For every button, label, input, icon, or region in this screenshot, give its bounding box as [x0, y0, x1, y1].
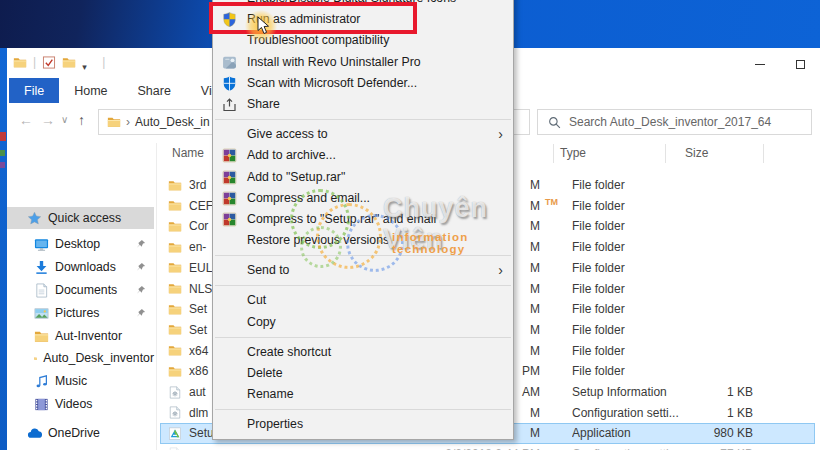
- menu-item-compress-and-email[interactable]: Compress and email...: [213, 188, 513, 209]
- mouse-cursor: [257, 16, 270, 35]
- menu-item-label: Compress and email...: [247, 191, 370, 205]
- folder-icon[interactable]: [62, 56, 76, 69]
- forward-button[interactable]: →: [41, 112, 55, 128]
- file-name: EUL: [168, 261, 212, 275]
- quick-access-toolbar: |▾|: [13, 55, 105, 69]
- folder-icon: [168, 241, 182, 254]
- sidebar-item-pictures[interactable]: Pictures: [7, 302, 154, 324]
- sidebar-item-quick-access[interactable]: Quick access: [7, 207, 154, 229]
- menu-item-add-to-archive[interactable]: Add to archive...: [213, 145, 513, 166]
- file-type: File folder: [572, 344, 712, 358]
- folder-icon: [168, 344, 182, 357]
- tab-share[interactable]: Share: [123, 78, 186, 103]
- submenu-arrow-icon: ›: [498, 260, 503, 281]
- column-header-size[interactable]: Size: [685, 146, 708, 160]
- menu-item-label: Cut: [247, 293, 266, 307]
- menu-item-label: Add to "Setup.rar": [247, 170, 345, 184]
- sidebar-item-aut-inventor[interactable]: Aut-Inventor: [7, 325, 154, 347]
- column-separator: [763, 144, 764, 163]
- menu-separator: [215, 285, 511, 286]
- menu-item-label: Scan with Microsoft Defender...: [247, 76, 417, 90]
- ribbon-tabs: FileHomeShareView: [9, 78, 243, 103]
- caret-down-icon[interactable]: ▾: [82, 56, 96, 69]
- folder-icon: [168, 323, 182, 336]
- window-controls: [740, 52, 820, 76]
- downloads-icon: [34, 260, 49, 275]
- file-row[interactable]: 2/2/2018 2:44 PMConfiguration setti...77…: [160, 444, 815, 450]
- sidebar-item-label: Music: [55, 374, 87, 388]
- file-type: File folder: [572, 364, 712, 378]
- menu-item-delete[interactable]: Delete: [213, 363, 513, 384]
- column-header-type[interactable]: Type: [560, 146, 586, 160]
- sidebar-item-videos[interactable]: Videos: [7, 393, 154, 415]
- maximize-button[interactable]: [780, 52, 820, 76]
- sidebar-item-label: Documents: [55, 283, 117, 297]
- breadcrumb-chevron: ›: [126, 115, 130, 129]
- menu-item-give-access-to[interactable]: Give access to›: [213, 124, 513, 145]
- desktop-icon-fragment: [0, 150, 5, 156]
- sidebar-item-auto-desk-inventor[interactable]: Auto_Desk_inventor: [7, 347, 154, 369]
- menu-separator: [215, 409, 511, 410]
- tab-file[interactable]: File: [9, 78, 59, 103]
- sidebar-item-label: Downloads: [55, 260, 116, 274]
- checkbox-icon[interactable]: [42, 56, 56, 69]
- menu-item-properties[interactable]: Properties: [213, 414, 513, 435]
- history-dropdown-button[interactable]: ∨: [61, 114, 68, 125]
- menu-item-label: Copy: [247, 315, 276, 329]
- sidebar-item-label: Desktop: [55, 237, 100, 251]
- folder-icon: [34, 351, 37, 366]
- file-name: Cor: [168, 219, 208, 233]
- sidebar-item-music[interactable]: Music: [7, 370, 154, 392]
- sidebar-item-documents[interactable]: Documents: [7, 279, 154, 301]
- desktop-icon-fragment: [0, 132, 6, 141]
- menu-item-label: Rename: [247, 387, 293, 401]
- maximize-icon: [796, 60, 805, 69]
- menu-separator: [215, 337, 511, 338]
- sidebar-item-label: Auto_Desk_inventor: [43, 351, 154, 365]
- menu-item-add-to-setup-rar[interactable]: Add to "Setup.rar": [213, 167, 513, 188]
- toolbar-separator: |: [33, 55, 36, 69]
- menu-item-restore-previous-versions[interactable]: Restore previous versions: [213, 230, 513, 251]
- breadcrumb[interactable]: Auto_Desk_in: [135, 115, 210, 129]
- file-size: 980 KB: [667, 426, 753, 440]
- tab-home[interactable]: Home: [59, 78, 122, 103]
- search-box[interactable]: Search Auto_Desk_inventor_2017_64: [537, 109, 812, 135]
- menu-item-label: Properties: [247, 417, 303, 431]
- minimize-button[interactable]: [740, 52, 780, 76]
- column-separator: [553, 144, 554, 163]
- file-type: File folder: [572, 219, 712, 233]
- defender-shield-icon: [222, 76, 237, 91]
- menu-item-install-with-revo-uninstaller-pro[interactable]: Install with Revo Uninstaller Pro: [213, 52, 513, 73]
- file-type: File folder: [572, 240, 712, 254]
- pin-icon: [136, 285, 146, 295]
- menu-item-create-shortcut[interactable]: Create shortcut: [213, 342, 513, 363]
- winrar-icon: [222, 191, 237, 206]
- menu-item-rename[interactable]: Rename: [213, 384, 513, 405]
- column-header-name[interactable]: Name: [172, 146, 204, 160]
- sidebar-item-onedrive[interactable]: OneDrive: [7, 422, 154, 444]
- up-button[interactable]: ↑: [78, 112, 85, 128]
- divider: [156, 143, 157, 450]
- star-icon: [27, 211, 42, 226]
- menu-item-copy[interactable]: Copy: [213, 312, 513, 333]
- red-highlight-box: [209, 2, 417, 34]
- menu-item-scan-with-microsoft-defender[interactable]: Scan with Microsoft Defender...: [213, 73, 513, 94]
- toolbar-separator: |: [102, 55, 105, 69]
- back-button[interactable]: ←: [19, 112, 33, 128]
- sidebar-item-downloads[interactable]: Downloads: [7, 256, 154, 278]
- menu-item-label: Restore previous versions: [247, 233, 389, 247]
- winrar-icon: [222, 148, 237, 163]
- menu-item-share[interactable]: Share: [213, 94, 513, 115]
- menu-item-label: Send to: [247, 263, 289, 277]
- autodesk-setup-icon: [168, 427, 182, 440]
- menu-item-send-to[interactable]: Send to›: [213, 260, 513, 281]
- search-icon: [548, 116, 561, 129]
- menu-item-compress-to-setup-rar-and-email[interactable]: Compress to "Setup.rar" and email: [213, 209, 513, 230]
- folder-icon[interactable]: [13, 56, 27, 69]
- desktop-icon-fragment: [0, 162, 5, 168]
- menu-item-label: Add to archive...: [247, 148, 336, 162]
- menu-item-cut[interactable]: Cut: [213, 290, 513, 311]
- file-name: NLS: [168, 282, 212, 296]
- sidebar-item-desktop[interactable]: Desktop: [7, 233, 154, 255]
- config-file-icon: [168, 406, 182, 419]
